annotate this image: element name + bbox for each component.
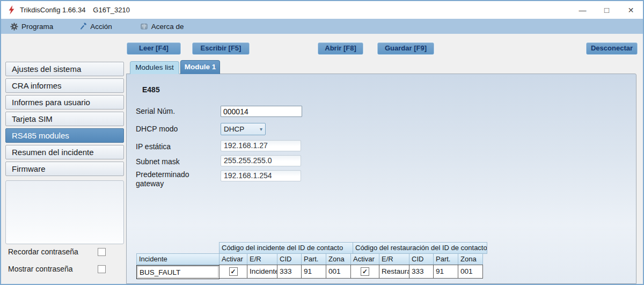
restore-enable-cell: ✓ bbox=[350, 265, 379, 279]
gateway-label: Predeterminado gateway bbox=[136, 170, 199, 188]
dhcp-label: DHCP modo bbox=[136, 125, 206, 134]
module-type-label: E485 bbox=[142, 85, 160, 94]
sidebar-item-sim[interactable]: Tarjeta SIM bbox=[5, 112, 124, 126]
event-er-cell[interactable]: Incidente bbox=[247, 265, 277, 279]
serial-label: Serial Núm. bbox=[136, 107, 206, 116]
incident-name-input[interactable] bbox=[136, 265, 219, 279]
show-password-row: Mostrar contraseña bbox=[8, 264, 106, 274]
sidebar-item-ajustes[interactable]: Ajustes del sistema bbox=[5, 62, 124, 76]
sidebar-item-informes[interactable]: Informes para usuario bbox=[5, 95, 124, 109]
col-header-er-e: E/R bbox=[247, 253, 277, 265]
sidebar: Ajustes del sistema CRA informes Informe… bbox=[5, 62, 124, 178]
static-ip-value: 192.168.1.27 bbox=[221, 140, 301, 151]
sidebar-item-resumen[interactable]: Resumen del incidente bbox=[5, 145, 124, 159]
col-header-cid-e: CID bbox=[277, 253, 302, 265]
disconnect-button[interactable]: Desconectar bbox=[586, 42, 638, 55]
col-header-part-r: Part. bbox=[433, 253, 458, 265]
sidebar-item-cra[interactable]: CRA informes bbox=[5, 78, 124, 93]
col-header-part-e: Part. bbox=[301, 253, 326, 265]
restore-part-cell[interactable]: 91 bbox=[433, 265, 458, 279]
remember-password-checkbox[interactable] bbox=[98, 248, 106, 256]
restore-zone-cell[interactable]: 001 bbox=[458, 265, 483, 279]
wrench-icon bbox=[79, 23, 87, 31]
minimize-button[interactable]: — bbox=[570, 1, 595, 19]
app-window: TrikdisConfig 1.66.34 G16T_3210 — □ ✕ Pr… bbox=[0, 0, 644, 285]
event-part-cell[interactable]: 91 bbox=[301, 265, 326, 279]
write-button[interactable]: Escribir [F5] bbox=[192, 42, 250, 55]
remember-password-label: Recordar contraseña bbox=[8, 247, 78, 256]
menu-bar: Programa Acción Acerca de bbox=[1, 19, 643, 34]
group-header-spacer bbox=[136, 242, 219, 254]
window-title-device: G16T_3210 bbox=[93, 6, 130, 14]
show-password-checkbox[interactable] bbox=[98, 265, 106, 273]
menu-programa[interactable]: Programa bbox=[10, 23, 53, 31]
close-button[interactable]: ✕ bbox=[619, 1, 643, 19]
title-bar: TrikdisConfig 1.66.34 G16T_3210 — □ ✕ bbox=[1, 1, 643, 19]
menu-acerca[interactable]: Acerca de bbox=[140, 23, 184, 31]
dhcp-selected-value: DHCP bbox=[224, 125, 244, 133]
gear-icon bbox=[10, 23, 18, 31]
event-enable-checkbox[interactable]: ✓ bbox=[229, 267, 238, 276]
sidebar-empty-panel bbox=[5, 180, 124, 244]
restore-cid-cell[interactable]: 333 bbox=[409, 265, 434, 279]
static-ip-label: IP estática bbox=[136, 142, 206, 151]
col-header-incident: Incidente bbox=[136, 253, 219, 265]
remember-password-row: Recordar contraseña bbox=[8, 247, 106, 257]
dhcp-select[interactable]: DHCP ▾ bbox=[221, 123, 266, 135]
read-button[interactable]: Leer [F4] bbox=[127, 42, 181, 55]
book-icon bbox=[140, 23, 148, 31]
events-table: Código del incidente del ID de contacto … bbox=[136, 243, 487, 279]
tab-modules-list[interactable]: Modules list bbox=[130, 61, 179, 74]
restore-er-cell[interactable]: Restauración bbox=[379, 265, 409, 279]
event-zone-cell[interactable]: 001 bbox=[326, 265, 351, 279]
window-title: TrikdisConfig 1.66.34 bbox=[20, 6, 85, 14]
open-button[interactable]: Abrir [F8] bbox=[318, 42, 363, 55]
col-header-enable-r: Activar bbox=[350, 253, 379, 265]
gateway-value: 192.168.1.254 bbox=[221, 170, 301, 181]
menu-programa-label: Programa bbox=[21, 23, 53, 31]
serial-input[interactable] bbox=[221, 106, 302, 117]
menu-accion-label: Acción bbox=[90, 23, 112, 31]
group-header-restore: Código del restauración del ID de contac… bbox=[353, 242, 487, 254]
group-header-event: Código del incidente del ID de contacto bbox=[219, 242, 353, 254]
show-password-label: Mostrar contraseña bbox=[8, 265, 73, 273]
restore-enable-checkbox[interactable]: ✓ bbox=[361, 267, 369, 276]
col-header-enable-e: Activar bbox=[219, 253, 247, 265]
chevron-down-icon: ▾ bbox=[260, 126, 262, 132]
maximize-button[interactable]: □ bbox=[595, 1, 619, 19]
module-panel: E485 Serial Núm. DHCP modo DHCP ▾ IP est… bbox=[126, 74, 636, 284]
event-cid-cell[interactable]: 333 bbox=[277, 265, 302, 279]
menu-acerca-label: Acerca de bbox=[151, 23, 184, 31]
sidebar-item-firmware[interactable]: Firmware bbox=[5, 162, 124, 176]
app-logo-icon bbox=[8, 5, 15, 14]
menu-accion[interactable]: Acción bbox=[79, 23, 112, 31]
subnet-label: Subnet mask bbox=[136, 157, 206, 166]
col-header-cid-r: CID bbox=[409, 253, 434, 265]
tab-module-1[interactable]: Module 1 bbox=[180, 60, 220, 74]
col-header-zone-r: Zona bbox=[458, 253, 483, 265]
col-header-er-r: E/R bbox=[379, 253, 409, 265]
save-button[interactable]: Guardar [F9] bbox=[377, 42, 434, 55]
sidebar-item-rs485[interactable]: RS485 modules bbox=[5, 128, 124, 143]
col-header-zone-e: Zona bbox=[326, 253, 351, 265]
event-enable-cell: ✓ bbox=[219, 265, 247, 279]
subnet-value: 255.255.255.0 bbox=[221, 155, 301, 166]
